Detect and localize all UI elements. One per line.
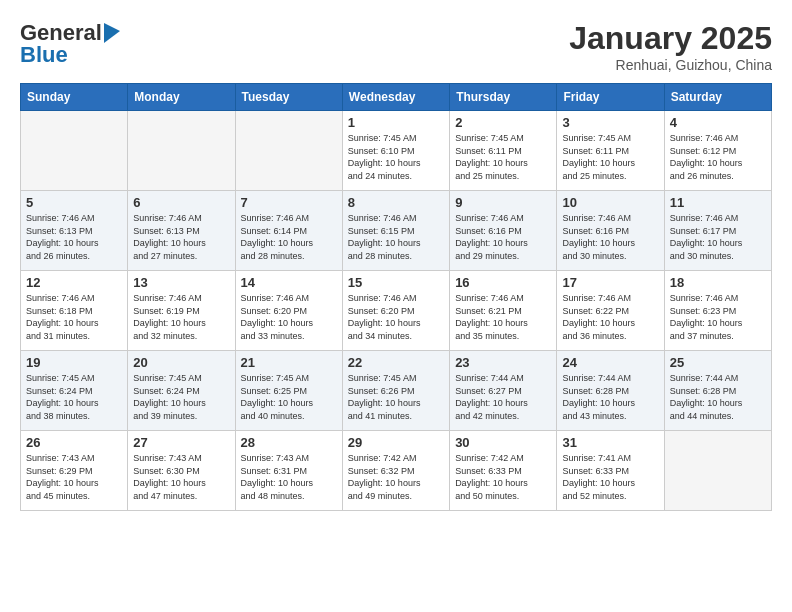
logo-icon xyxy=(104,23,120,43)
title-block: January 2025 Renhuai, Guizhou, China xyxy=(569,20,772,73)
calendar-day-25: 25Sunrise: 7:44 AM Sunset: 6:28 PM Dayli… xyxy=(664,351,771,431)
day-number: 23 xyxy=(455,355,551,370)
calendar-day-29: 29Sunrise: 7:42 AM Sunset: 6:32 PM Dayli… xyxy=(342,431,449,511)
day-info: Sunrise: 7:46 AM Sunset: 6:16 PM Dayligh… xyxy=(455,212,551,262)
day-info: Sunrise: 7:46 AM Sunset: 6:16 PM Dayligh… xyxy=(562,212,658,262)
calendar-day-9: 9Sunrise: 7:46 AM Sunset: 6:16 PM Daylig… xyxy=(450,191,557,271)
calendar-table: SundayMondayTuesdayWednesdayThursdayFrid… xyxy=(20,83,772,511)
calendar-day-2: 2Sunrise: 7:45 AM Sunset: 6:11 PM Daylig… xyxy=(450,111,557,191)
calendar-week-4: 19Sunrise: 7:45 AM Sunset: 6:24 PM Dayli… xyxy=(21,351,772,431)
calendar-day-7: 7Sunrise: 7:46 AM Sunset: 6:14 PM Daylig… xyxy=(235,191,342,271)
day-info: Sunrise: 7:46 AM Sunset: 6:19 PM Dayligh… xyxy=(133,292,229,342)
day-number: 29 xyxy=(348,435,444,450)
day-info: Sunrise: 7:46 AM Sunset: 6:20 PM Dayligh… xyxy=(348,292,444,342)
day-number: 17 xyxy=(562,275,658,290)
day-info: Sunrise: 7:41 AM Sunset: 6:33 PM Dayligh… xyxy=(562,452,658,502)
weekday-header-thursday: Thursday xyxy=(450,84,557,111)
day-info: Sunrise: 7:46 AM Sunset: 6:13 PM Dayligh… xyxy=(133,212,229,262)
calendar-week-2: 5Sunrise: 7:46 AM Sunset: 6:13 PM Daylig… xyxy=(21,191,772,271)
day-number: 18 xyxy=(670,275,766,290)
calendar-day-empty xyxy=(664,431,771,511)
day-number: 25 xyxy=(670,355,766,370)
calendar-day-10: 10Sunrise: 7:46 AM Sunset: 6:16 PM Dayli… xyxy=(557,191,664,271)
calendar-day-8: 8Sunrise: 7:46 AM Sunset: 6:15 PM Daylig… xyxy=(342,191,449,271)
day-number: 26 xyxy=(26,435,122,450)
calendar-day-19: 19Sunrise: 7:45 AM Sunset: 6:24 PM Dayli… xyxy=(21,351,128,431)
day-number: 19 xyxy=(26,355,122,370)
day-info: Sunrise: 7:46 AM Sunset: 6:17 PM Dayligh… xyxy=(670,212,766,262)
day-number: 21 xyxy=(241,355,337,370)
weekday-header-monday: Monday xyxy=(128,84,235,111)
location-subtitle: Renhuai, Guizhou, China xyxy=(569,57,772,73)
day-info: Sunrise: 7:46 AM Sunset: 6:21 PM Dayligh… xyxy=(455,292,551,342)
calendar-week-5: 26Sunrise: 7:43 AM Sunset: 6:29 PM Dayli… xyxy=(21,431,772,511)
weekday-header-sunday: Sunday xyxy=(21,84,128,111)
day-info: Sunrise: 7:45 AM Sunset: 6:24 PM Dayligh… xyxy=(133,372,229,422)
day-number: 8 xyxy=(348,195,444,210)
calendar-day-15: 15Sunrise: 7:46 AM Sunset: 6:20 PM Dayli… xyxy=(342,271,449,351)
svg-marker-0 xyxy=(104,23,120,43)
calendar-day-16: 16Sunrise: 7:46 AM Sunset: 6:21 PM Dayli… xyxy=(450,271,557,351)
day-number: 4 xyxy=(670,115,766,130)
logo-blue: Blue xyxy=(20,42,68,68)
calendar-day-21: 21Sunrise: 7:45 AM Sunset: 6:25 PM Dayli… xyxy=(235,351,342,431)
calendar-day-17: 17Sunrise: 7:46 AM Sunset: 6:22 PM Dayli… xyxy=(557,271,664,351)
calendar-week-1: 1Sunrise: 7:45 AM Sunset: 6:10 PM Daylig… xyxy=(21,111,772,191)
day-info: Sunrise: 7:46 AM Sunset: 6:18 PM Dayligh… xyxy=(26,292,122,342)
weekday-header-wednesday: Wednesday xyxy=(342,84,449,111)
weekday-header-saturday: Saturday xyxy=(664,84,771,111)
calendar-day-4: 4Sunrise: 7:46 AM Sunset: 6:12 PM Daylig… xyxy=(664,111,771,191)
calendar-day-6: 6Sunrise: 7:46 AM Sunset: 6:13 PM Daylig… xyxy=(128,191,235,271)
day-number: 15 xyxy=(348,275,444,290)
calendar-day-27: 27Sunrise: 7:43 AM Sunset: 6:30 PM Dayli… xyxy=(128,431,235,511)
calendar-day-13: 13Sunrise: 7:46 AM Sunset: 6:19 PM Dayli… xyxy=(128,271,235,351)
day-number: 9 xyxy=(455,195,551,210)
day-number: 12 xyxy=(26,275,122,290)
day-info: Sunrise: 7:45 AM Sunset: 6:24 PM Dayligh… xyxy=(26,372,122,422)
calendar-day-12: 12Sunrise: 7:46 AM Sunset: 6:18 PM Dayli… xyxy=(21,271,128,351)
day-info: Sunrise: 7:44 AM Sunset: 6:28 PM Dayligh… xyxy=(670,372,766,422)
day-info: Sunrise: 7:43 AM Sunset: 6:31 PM Dayligh… xyxy=(241,452,337,502)
day-number: 30 xyxy=(455,435,551,450)
calendar-day-3: 3Sunrise: 7:45 AM Sunset: 6:11 PM Daylig… xyxy=(557,111,664,191)
day-info: Sunrise: 7:43 AM Sunset: 6:30 PM Dayligh… xyxy=(133,452,229,502)
day-info: Sunrise: 7:45 AM Sunset: 6:11 PM Dayligh… xyxy=(455,132,551,182)
day-number: 27 xyxy=(133,435,229,450)
day-number: 6 xyxy=(133,195,229,210)
day-info: Sunrise: 7:45 AM Sunset: 6:10 PM Dayligh… xyxy=(348,132,444,182)
day-number: 22 xyxy=(348,355,444,370)
day-info: Sunrise: 7:46 AM Sunset: 6:12 PM Dayligh… xyxy=(670,132,766,182)
day-info: Sunrise: 7:42 AM Sunset: 6:33 PM Dayligh… xyxy=(455,452,551,502)
day-number: 16 xyxy=(455,275,551,290)
day-number: 14 xyxy=(241,275,337,290)
month-title: January 2025 xyxy=(569,20,772,57)
day-info: Sunrise: 7:45 AM Sunset: 6:26 PM Dayligh… xyxy=(348,372,444,422)
weekday-header-friday: Friday xyxy=(557,84,664,111)
day-info: Sunrise: 7:46 AM Sunset: 6:23 PM Dayligh… xyxy=(670,292,766,342)
day-number: 10 xyxy=(562,195,658,210)
calendar-day-30: 30Sunrise: 7:42 AM Sunset: 6:33 PM Dayli… xyxy=(450,431,557,511)
day-number: 2 xyxy=(455,115,551,130)
header-row: SundayMondayTuesdayWednesdayThursdayFrid… xyxy=(21,84,772,111)
day-info: Sunrise: 7:46 AM Sunset: 6:15 PM Dayligh… xyxy=(348,212,444,262)
day-info: Sunrise: 7:42 AM Sunset: 6:32 PM Dayligh… xyxy=(348,452,444,502)
calendar-day-22: 22Sunrise: 7:45 AM Sunset: 6:26 PM Dayli… xyxy=(342,351,449,431)
day-number: 31 xyxy=(562,435,658,450)
day-info: Sunrise: 7:46 AM Sunset: 6:13 PM Dayligh… xyxy=(26,212,122,262)
day-info: Sunrise: 7:46 AM Sunset: 6:14 PM Dayligh… xyxy=(241,212,337,262)
weekday-header-tuesday: Tuesday xyxy=(235,84,342,111)
day-info: Sunrise: 7:44 AM Sunset: 6:27 PM Dayligh… xyxy=(455,372,551,422)
calendar-day-24: 24Sunrise: 7:44 AM Sunset: 6:28 PM Dayli… xyxy=(557,351,664,431)
calendar-day-empty xyxy=(235,111,342,191)
day-number: 5 xyxy=(26,195,122,210)
day-info: Sunrise: 7:46 AM Sunset: 6:20 PM Dayligh… xyxy=(241,292,337,342)
calendar-day-empty xyxy=(21,111,128,191)
day-info: Sunrise: 7:46 AM Sunset: 6:22 PM Dayligh… xyxy=(562,292,658,342)
day-number: 1 xyxy=(348,115,444,130)
day-number: 13 xyxy=(133,275,229,290)
day-number: 20 xyxy=(133,355,229,370)
day-info: Sunrise: 7:43 AM Sunset: 6:29 PM Dayligh… xyxy=(26,452,122,502)
day-number: 28 xyxy=(241,435,337,450)
day-number: 3 xyxy=(562,115,658,130)
calendar-day-20: 20Sunrise: 7:45 AM Sunset: 6:24 PM Dayli… xyxy=(128,351,235,431)
